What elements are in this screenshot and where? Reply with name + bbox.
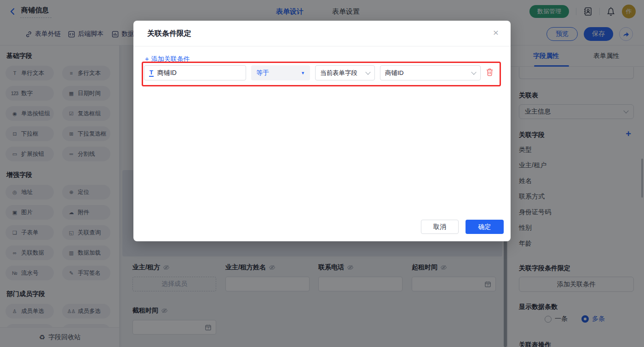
trash-icon (486, 68, 494, 76)
caret-down-icon: ▼ (301, 71, 305, 75)
condition-source-select[interactable]: 当前表单字段 (315, 65, 375, 80)
cancel-button[interactable]: 取消 (421, 220, 459, 234)
condition-field-input[interactable]: T 商铺ID (144, 65, 246, 80)
chevron-down-icon (471, 69, 476, 74)
dialog-header: 关联条件限定 × (133, 21, 511, 46)
add-condition-link[interactable]: +添加关联条件 (145, 55, 190, 63)
condition-limit-dialog: 关联条件限定 × +添加关联条件 T 商铺ID 等于 ▼ 当前表单字段 商铺ID… (133, 21, 511, 241)
close-icon[interactable]: × (493, 28, 499, 37)
dialog-title: 关联条件限定 (147, 21, 191, 46)
text-field-icon: T (149, 69, 154, 77)
condition-value-select[interactable]: 商铺ID (380, 65, 481, 80)
condition-operator-select[interactable]: 等于 ▼ (251, 65, 310, 80)
confirm-button[interactable]: 确定 (466, 220, 504, 234)
plus-icon: + (145, 55, 149, 63)
chevron-down-icon (365, 69, 370, 74)
delete-condition-button[interactable] (486, 68, 494, 76)
app-root: 商铺信息 表单设计 表单设置 数据管理 作 表单外链 后端脚本 (0, 0, 644, 347)
